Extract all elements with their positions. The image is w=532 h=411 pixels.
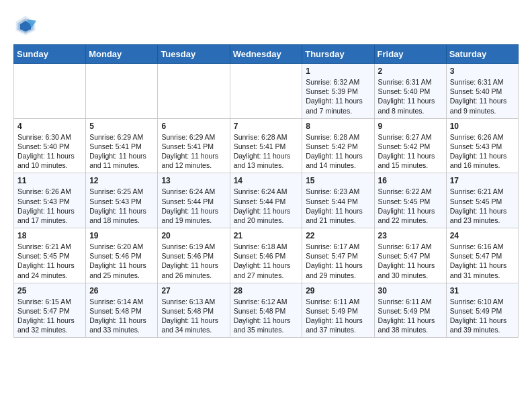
calendar-cell: 17Sunrise: 6:21 AMSunset: 5:45 PMDayligh… [446,173,518,228]
cell-info: Sunrise: 6:18 AMSunset: 5:46 PMDaylight:… [234,242,299,280]
cell-info: Sunrise: 6:21 AMSunset: 5:45 PMDaylight:… [17,242,82,280]
calendar-cell: 22Sunrise: 6:17 AMSunset: 5:47 PMDayligh… [302,228,374,283]
cell-info: Sunrise: 6:32 AMSunset: 5:39 PMDaylight:… [306,77,370,116]
cell-info: Sunrise: 6:26 AMSunset: 5:43 PMDaylight:… [17,187,82,225]
weekday-header-tuesday: Tuesday [158,45,230,64]
calendar-cell: 9Sunrise: 6:27 AMSunset: 5:42 PMDaylight… [374,118,446,173]
day-number: 1 [306,66,370,76]
weekday-header-row: SundayMondayTuesdayWednesdayThursdayFrid… [14,45,519,64]
cell-info: Sunrise: 6:13 AMSunset: 5:48 PMDaylight:… [161,297,226,335]
cell-info: Sunrise: 6:27 AMSunset: 5:42 PMDaylight:… [378,132,443,171]
cell-info: Sunrise: 6:11 AMSunset: 5:49 PMDaylight:… [378,297,443,335]
calendar-cell: 2Sunrise: 6:31 AMSunset: 5:40 PMDaylight… [374,64,446,119]
calendar-cell: 15Sunrise: 6:23 AMSunset: 5:44 PMDayligh… [302,173,374,228]
day-number: 25 [17,286,82,295]
calendar-cell: 24Sunrise: 6:16 AMSunset: 5:47 PMDayligh… [446,228,518,283]
day-number: 6 [161,122,226,131]
cell-info: Sunrise: 6:20 AMSunset: 5:46 PMDaylight:… [89,242,154,280]
day-number: 2 [378,66,443,76]
day-number: 17 [450,176,515,185]
calendar-cell [158,64,230,119]
weekday-header-saturday: Saturday [446,45,518,64]
day-number: 4 [17,122,82,131]
calendar-cell: 27Sunrise: 6:13 AMSunset: 5:48 PMDayligh… [158,283,230,338]
logo-icon [13,13,38,38]
calendar-cell: 30Sunrise: 6:11 AMSunset: 5:49 PMDayligh… [374,283,446,338]
day-number: 13 [161,176,226,185]
logo [13,13,42,38]
day-number: 21 [234,231,299,240]
calendar-cell: 25Sunrise: 6:15 AMSunset: 5:47 PMDayligh… [14,283,86,338]
day-number: 29 [306,286,370,295]
calendar-cell: 3Sunrise: 6:31 AMSunset: 5:40 PMDaylight… [446,64,518,119]
calendar-cell: 20Sunrise: 6:19 AMSunset: 5:46 PMDayligh… [158,228,230,283]
cell-info: Sunrise: 6:28 AMSunset: 5:42 PMDaylight:… [306,132,370,171]
day-number: 18 [17,231,82,240]
cell-info: Sunrise: 6:15 AMSunset: 5:47 PMDaylight:… [17,297,82,335]
day-number: 24 [450,231,515,240]
day-number: 16 [378,176,443,185]
calendar-week-3: 11Sunrise: 6:26 AMSunset: 5:43 PMDayligh… [14,173,519,228]
day-number: 12 [89,176,154,185]
cell-info: Sunrise: 6:24 AMSunset: 5:44 PMDaylight:… [161,187,226,225]
day-number: 10 [450,122,515,131]
calendar-cell: 23Sunrise: 6:17 AMSunset: 5:47 PMDayligh… [374,228,446,283]
cell-info: Sunrise: 6:21 AMSunset: 5:45 PMDaylight:… [450,187,515,225]
day-number: 5 [89,122,154,131]
day-number: 11 [17,176,82,185]
calendar-cell: 31Sunrise: 6:10 AMSunset: 5:49 PMDayligh… [446,283,518,338]
day-number: 23 [378,231,443,240]
cell-info: Sunrise: 6:29 AMSunset: 5:41 PMDaylight:… [161,132,226,171]
day-number: 20 [161,231,226,240]
cell-info: Sunrise: 6:23 AMSunset: 5:44 PMDaylight:… [306,187,370,225]
calendar-week-5: 25Sunrise: 6:15 AMSunset: 5:47 PMDayligh… [14,283,519,338]
weekday-header-monday: Monday [86,45,158,64]
calendar-cell [86,64,158,119]
page-header [13,13,519,38]
day-number: 7 [234,122,299,131]
calendar-week-4: 18Sunrise: 6:21 AMSunset: 5:45 PMDayligh… [14,228,519,283]
calendar-cell: 29Sunrise: 6:11 AMSunset: 5:49 PMDayligh… [302,283,374,338]
cell-info: Sunrise: 6:10 AMSunset: 5:49 PMDaylight:… [450,297,515,335]
calendar-cell: 6Sunrise: 6:29 AMSunset: 5:41 PMDaylight… [158,118,230,173]
calendar-cell: 12Sunrise: 6:25 AMSunset: 5:43 PMDayligh… [86,173,158,228]
calendar-cell: 18Sunrise: 6:21 AMSunset: 5:45 PMDayligh… [14,228,86,283]
day-number: 26 [89,286,154,295]
calendar-cell: 28Sunrise: 6:12 AMSunset: 5:48 PMDayligh… [230,283,302,338]
calendar-cell [14,64,86,119]
calendar-cell: 10Sunrise: 6:26 AMSunset: 5:43 PMDayligh… [446,118,518,173]
cell-info: Sunrise: 6:17 AMSunset: 5:47 PMDaylight:… [378,242,443,280]
weekday-header-wednesday: Wednesday [230,45,302,64]
cell-info: Sunrise: 6:26 AMSunset: 5:43 PMDaylight:… [450,132,515,171]
calendar-week-2: 4Sunrise: 6:30 AMSunset: 5:40 PMDaylight… [14,118,519,173]
cell-info: Sunrise: 6:12 AMSunset: 5:48 PMDaylight:… [234,297,299,335]
calendar-week-1: 1Sunrise: 6:32 AMSunset: 5:39 PMDaylight… [14,64,519,119]
day-number: 22 [306,231,370,240]
calendar-cell: 26Sunrise: 6:14 AMSunset: 5:48 PMDayligh… [86,283,158,338]
calendar-cell: 4Sunrise: 6:30 AMSunset: 5:40 PMDaylight… [14,118,86,173]
cell-info: Sunrise: 6:29 AMSunset: 5:41 PMDaylight:… [89,132,154,171]
cell-info: Sunrise: 6:19 AMSunset: 5:46 PMDaylight:… [161,242,226,280]
cell-info: Sunrise: 6:31 AMSunset: 5:40 PMDaylight:… [378,77,443,116]
weekday-header-friday: Friday [374,45,446,64]
calendar-cell: 8Sunrise: 6:28 AMSunset: 5:42 PMDaylight… [302,118,374,173]
calendar-cell: 7Sunrise: 6:28 AMSunset: 5:41 PMDaylight… [230,118,302,173]
calendar-cell: 21Sunrise: 6:18 AMSunset: 5:46 PMDayligh… [230,228,302,283]
cell-info: Sunrise: 6:28 AMSunset: 5:41 PMDaylight:… [234,132,299,171]
cell-info: Sunrise: 6:31 AMSunset: 5:40 PMDaylight:… [450,77,515,116]
cell-info: Sunrise: 6:14 AMSunset: 5:48 PMDaylight:… [89,297,154,335]
cell-info: Sunrise: 6:16 AMSunset: 5:47 PMDaylight:… [450,242,515,280]
calendar-cell: 1Sunrise: 6:32 AMSunset: 5:39 PMDaylight… [302,64,374,119]
cell-info: Sunrise: 6:11 AMSunset: 5:49 PMDaylight:… [306,297,370,335]
day-number: 27 [161,286,226,295]
day-number: 30 [378,286,443,295]
cell-info: Sunrise: 6:30 AMSunset: 5:40 PMDaylight:… [17,132,82,171]
calendar-cell: 19Sunrise: 6:20 AMSunset: 5:46 PMDayligh… [86,228,158,283]
calendar-cell: 16Sunrise: 6:22 AMSunset: 5:45 PMDayligh… [374,173,446,228]
day-number: 31 [450,286,515,295]
calendar-cell [230,64,302,119]
calendar-table: SundayMondayTuesdayWednesdayThursdayFrid… [13,44,519,338]
day-number: 19 [89,231,154,240]
cell-info: Sunrise: 6:17 AMSunset: 5:47 PMDaylight:… [306,242,370,280]
day-number: 3 [450,66,515,76]
